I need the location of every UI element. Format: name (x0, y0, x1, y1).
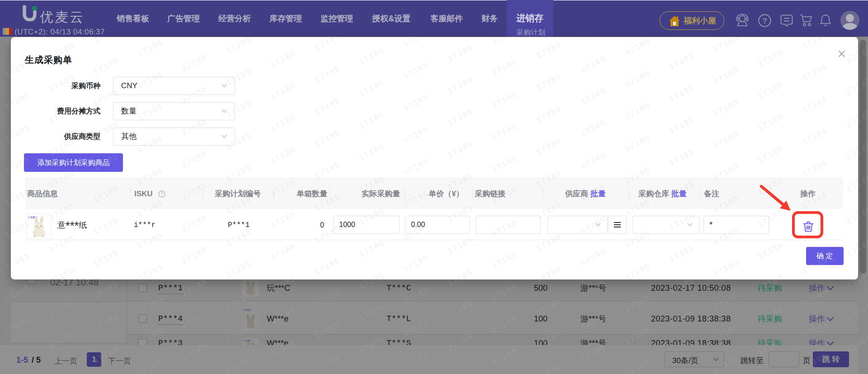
svg-text:?: ? (762, 17, 767, 25)
svg-text:?: ? (160, 192, 163, 197)
